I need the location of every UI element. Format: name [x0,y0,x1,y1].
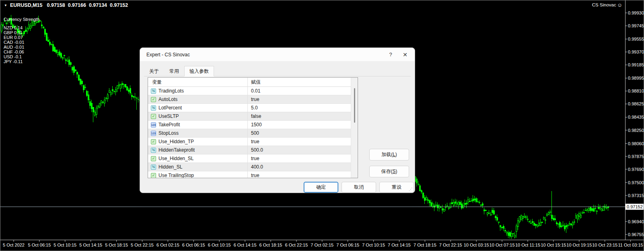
param-row[interactable]: ½LotPercent5.0 [148,104,351,112]
svg-text:6 Oct 06:15: 6 Oct 06:15 [182,243,205,247]
bid-price-tag-value: 0.97152 [627,204,643,209]
param-row[interactable]: ✓Use_Hidden_SLtrue [148,154,351,163]
save-button[interactable]: 保存(S) [369,166,409,177]
svg-text:0.97875: 0.97875 [628,154,644,159]
param-value[interactable]: true [251,173,259,178]
column-divider [247,78,248,178]
svg-text:0.97690: 0.97690 [628,167,644,172]
svg-text:5 Oct 10:15: 5 Oct 10:15 [53,243,76,247]
svg-text:5 Oct 22:15: 5 Oct 22:15 [131,243,154,247]
scrollbar-thumb[interactable] [354,88,355,123]
close-icon[interactable]: ✕ [398,51,412,58]
bool-type-icon: ✓ [151,173,156,178]
double-type-icon: ½ [151,88,156,94]
param-row[interactable]: ✓Use TrailingStoptrue [148,171,351,178]
param-value[interactable]: true [251,97,259,102]
param-value[interactable]: false [251,113,261,119]
int-type-icon: 123 [151,131,156,136]
param-row[interactable]: ½HiddenTakeprofit500.0 [148,146,351,154]
ea-watermark: CS Sinovac ☺ [592,2,622,7]
svg-text:0.96755: 0.96755 [628,232,644,237]
svg-text:0.98810: 0.98810 [628,88,644,93]
param-name: AutoLots [158,97,177,102]
cancel-button[interactable]: 取消 [342,182,376,193]
svg-text:10 Oct 23:15: 10 Oct 23:15 [592,243,617,247]
svg-text:6 Oct 10:15: 6 Oct 10:15 [208,243,231,247]
help-button[interactable]: ? [383,51,398,58]
svg-text:7 Oct 06:15: 7 Oct 06:15 [336,243,359,247]
ohlc-open: 0.97158 [47,2,65,8]
ohlc-high: 0.97166 [68,2,86,8]
param-row[interactable]: ½TradingLots0.01 [148,87,351,95]
double-type-icon: ½ [151,165,156,170]
svg-text:7 Oct 14:15: 7 Oct 14:15 [388,243,411,247]
currency-strength-item: NZD 0.14 [4,25,39,30]
svg-text:5 Oct 2022: 5 Oct 2022 [3,243,25,247]
currency-strength-title: Currency Strength [4,17,39,22]
svg-text:5 Oct 18:15: 5 Oct 18:15 [105,243,128,247]
ea-watermark-text: CS Sinovac [592,2,616,7]
table-scrollbar[interactable] [351,78,358,178]
svg-text:0.98435: 0.98435 [628,115,644,119]
dialog-titlebar[interactable]: Expert - CS Sinovac ? ✕ [140,48,415,61]
svg-text:7 Oct 18:15: 7 Oct 18:15 [414,243,436,247]
bool-type-icon: ✓ [151,156,156,161]
param-value[interactable]: 5.0 [251,105,258,111]
resize-grip[interactable]: ⋰ [409,187,413,191]
svg-text:6 Oct 02:15: 6 Oct 02:15 [156,243,179,247]
svg-text:7 Oct 22:15: 7 Oct 22:15 [439,243,462,247]
param-row[interactable]: ✓Use_Hidden_TPtrue [148,138,351,146]
param-value[interactable]: true [251,156,259,161]
currency-strength-item: CHF -0.06 [4,49,39,54]
param-value[interactable]: 500.0 [251,147,263,153]
svg-text:0.99185: 0.99185 [628,62,644,67]
load-button[interactable]: 加载(L) [369,149,409,160]
svg-text:0.99930: 0.99930 [628,10,644,15]
tab-inputs[interactable]: 输入参数 [184,66,214,76]
int-type-icon: 123 [151,122,156,128]
mt4-chart-window: 0.999300.997450.995550.993700.991850.989… [0,0,644,251]
svg-text:0.99555: 0.99555 [628,37,644,41]
smiley-icon: ☺ [617,3,622,7]
tab-about[interactable]: 关于 [144,66,164,76]
param-value[interactable]: true [251,139,259,144]
svg-text:5 Oct 06:15: 5 Oct 06:15 [28,243,51,247]
ohlc-close: 0.97152 [110,2,128,8]
bool-type-icon: ✓ [151,139,156,144]
param-name: HiddenTakeprofit [158,147,195,153]
svg-text:10 Oct 11:15: 10 Oct 11:15 [515,243,540,247]
bool-type-icon: ✓ [151,97,156,102]
param-row[interactable]: ½Hidden_SL400.0 [148,163,351,171]
param-name: StopLoss [158,130,179,136]
dialog-title: Expert - CS Sinovac [146,52,190,58]
chart-title-line: ▼ EURUSD,M15 0.97158 0.97166 0.97134 0.9… [4,2,128,8]
table-body: ½TradingLots0.01✓AutoLotstrue½LotPercent… [148,87,351,178]
svg-text:11 Oct 03:15: 11 Oct 03:15 [618,243,643,247]
svg-text:0.97315: 0.97315 [628,193,644,198]
svg-text:5 Oct 14:15: 5 Oct 14:15 [79,243,102,247]
column-header-value[interactable]: 赋值 [251,79,261,86]
svg-text:6 Oct 22:15: 6 Oct 22:15 [285,243,308,247]
param-row[interactable]: ✓UseSLTPfalse [148,112,351,121]
svg-text:0.98060: 0.98060 [628,141,644,146]
svg-text:0.98625: 0.98625 [628,101,644,106]
symbol-dropdown-arrow[interactable]: ▼ [4,4,7,7]
svg-text:0.96940: 0.96940 [628,219,644,224]
ok-button[interactable]: 确定 [304,182,338,193]
svg-text:10 Oct 07:15: 10 Oct 07:15 [490,243,515,247]
param-value[interactable]: 0.01 [251,88,260,94]
param-value[interactable]: 400.0 [251,164,263,170]
tab-common[interactable]: 常用 [164,66,184,76]
currency-strength-item: AUD -0.01 [4,45,39,49]
column-header-variable[interactable]: 变量 [152,79,162,86]
param-row[interactable]: 123StopLoss500 [148,129,351,138]
param-name: Use_Hidden_SL [158,156,193,161]
param-row[interactable]: ✓AutoLotstrue [148,95,351,104]
svg-text:0.99370: 0.99370 [628,49,644,54]
param-row[interactable]: 123TakeProfit1500 [148,121,351,129]
currency-strength-panel: Currency Strength NZD 0.14GBP 0.11EUR 0.… [4,17,39,64]
svg-text:7 Oct 02:15: 7 Oct 02:15 [311,243,333,247]
currency-strength-item: USD -0.1 [4,54,39,59]
param-value[interactable]: 1500 [251,122,262,128]
param-value[interactable]: 500 [251,130,259,136]
